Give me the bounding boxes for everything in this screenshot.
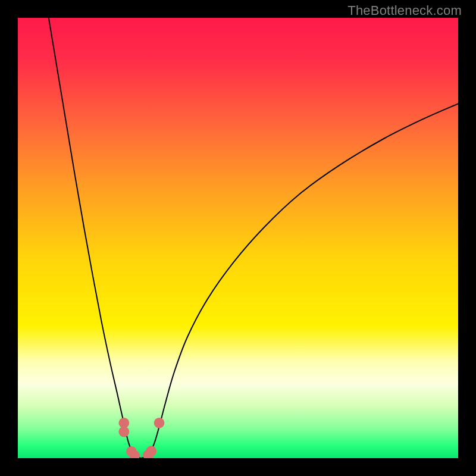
marker-1 (118, 427, 129, 437)
plot-area (18, 18, 458, 458)
watermark-text: TheBottleneck.com (347, 3, 462, 18)
chart-svg (18, 18, 458, 458)
chart-background (18, 18, 458, 458)
marker-5 (146, 446, 156, 456)
marker-6 (154, 418, 165, 428)
chart-frame: TheBottleneck.com (0, 0, 476, 476)
